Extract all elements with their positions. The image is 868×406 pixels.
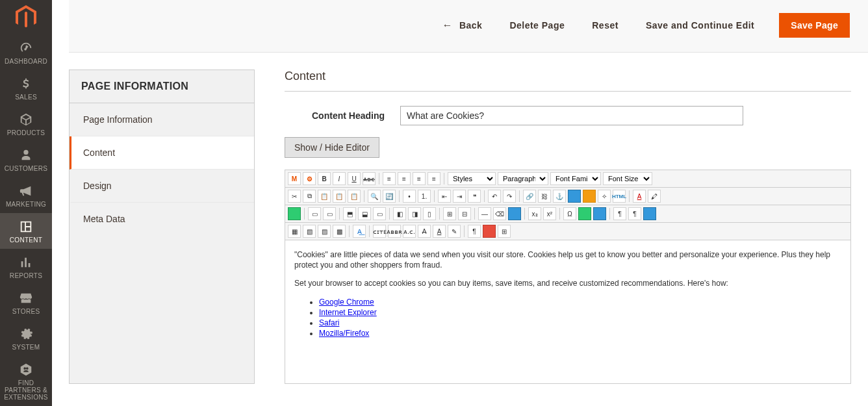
tab-meta-data[interactable]: Meta Data — [70, 203, 254, 235]
save-continue-button[interactable]: Save and Continue Edit — [643, 15, 757, 36]
flash-icon[interactable] — [593, 207, 606, 220]
visualchars-icon[interactable]: ¶ — [468, 225, 481, 238]
tab-content[interactable]: Content — [70, 136, 254, 170]
underline-icon[interactable]: U — [348, 172, 361, 185]
layer-forward-icon[interactable]: ▧ — [303, 225, 316, 238]
back-button[interactable]: Back — [439, 14, 485, 36]
bold-icon[interactable]: B — [318, 172, 331, 185]
number-list-icon[interactable]: 1. — [418, 190, 431, 203]
find-icon[interactable]: 🔍 — [368, 190, 381, 203]
redo-icon[interactable]: ↷ — [503, 190, 516, 203]
image-icon[interactable] — [568, 190, 581, 203]
special-char-icon[interactable]: Ω — [563, 207, 576, 220]
tab-page-information[interactable]: Page Information — [70, 103, 254, 136]
delete-row-icon[interactable]: ▭ — [373, 207, 386, 220]
magento-variable-icon[interactable]: ⚙ — [303, 172, 316, 185]
attribs-icon[interactable]: ✎ — [448, 225, 461, 238]
unlink-icon[interactable]: ⛓ — [538, 190, 551, 203]
replace-icon[interactable]: 🔄 — [383, 190, 396, 203]
align-center-icon[interactable]: ≡ — [398, 172, 411, 185]
nav-customers[interactable]: CUSTOMERS — [0, 142, 52, 177]
layer-backward-icon[interactable]: ▨ — [318, 225, 331, 238]
cleanup-icon[interactable]: ✧ — [598, 190, 611, 203]
browser-link-firefox[interactable]: Mozilla/Firefox — [319, 329, 369, 338]
acronym-icon[interactable]: ᴀ.ᴄ. — [403, 225, 416, 238]
visual-aid-icon[interactable] — [508, 207, 521, 220]
row-props-icon[interactable]: ▭ — [308, 207, 321, 220]
delete-col-icon[interactable]: ▯ — [423, 207, 436, 220]
nav-partners[interactable]: FIND PARTNERS & EXTENSIONS — [0, 356, 52, 406]
nav-reports[interactable]: REPORTS — [0, 249, 52, 285]
magento-widget-icon[interactable]: M — [288, 172, 301, 185]
absolute-icon[interactable]: ▩ — [333, 225, 346, 238]
font-family-select[interactable]: Font Family — [550, 172, 601, 185]
html-icon[interactable]: HTML — [613, 190, 626, 203]
pagebreak-icon[interactable]: ¶ — [613, 207, 626, 220]
insert-row-after-icon[interactable]: ⬓ — [358, 207, 371, 220]
layer-icon[interactable]: ▦ — [288, 225, 301, 238]
nonbreaking-icon[interactable] — [483, 225, 496, 238]
split-cells-icon[interactable]: ⊟ — [458, 207, 471, 220]
reset-button[interactable]: Reset — [589, 15, 621, 36]
font-size-select[interactable]: Font Size — [603, 172, 652, 185]
nav-stores[interactable]: STORES — [0, 285, 52, 320]
align-right-icon[interactable]: ≡ — [413, 172, 426, 185]
italic-icon[interactable]: I — [333, 172, 346, 185]
merge-cells-icon[interactable]: ⊞ — [443, 207, 456, 220]
tab-design[interactable]: Design — [70, 170, 254, 203]
indent-icon[interactable]: ⇥ — [453, 190, 466, 203]
save-page-button[interactable]: Save Page — [779, 13, 850, 38]
media-icon[interactable] — [583, 190, 596, 203]
browser-link-ie[interactable]: Internet Explorer — [319, 308, 377, 317]
paste-word-icon[interactable]: 📋 — [348, 190, 361, 203]
nav-marketing[interactable]: MARKETING — [0, 177, 52, 213]
superscript-icon[interactable]: x² — [543, 207, 556, 220]
ltr-icon[interactable]: ¶ — [628, 207, 641, 220]
del-icon[interactable]: A — [418, 225, 431, 238]
content-heading-input[interactable] — [400, 106, 743, 125]
browser-link-chrome[interactable]: Google Chrome — [319, 298, 374, 307]
cell-props-icon[interactable]: ▭ — [323, 207, 336, 220]
insert-row-before-icon[interactable]: ⬒ — [343, 207, 356, 220]
subscript-icon[interactable]: x₂ — [528, 207, 541, 220]
cut-icon[interactable]: ✂ — [288, 190, 301, 203]
insert-col-before-icon[interactable]: ◧ — [393, 207, 406, 220]
browser-link-safari[interactable]: Safari — [319, 318, 339, 327]
abbr-icon[interactable]: ᴀʙʙʀ — [388, 225, 401, 238]
emotions-icon[interactable] — [578, 207, 591, 220]
table-icon[interactable] — [288, 207, 301, 220]
styles-select[interactable]: Styles — [448, 172, 496, 185]
cite-icon[interactable]: ᴄɪᴛᴇ — [373, 225, 386, 238]
nav-dashboard[interactable]: DASHBOARD — [0, 34, 52, 70]
nav-system[interactable]: SYSTEM — [0, 320, 52, 356]
anchor-icon[interactable]: ⚓ — [553, 190, 566, 203]
bg-color-icon[interactable]: 🖍 — [648, 190, 661, 203]
align-left-icon[interactable]: ≡ — [383, 172, 396, 185]
nav-content[interactable]: CONTENT — [0, 213, 52, 249]
align-justify-icon[interactable]: ≡ — [428, 172, 440, 185]
editor-content-area[interactable]: "Cookies" are little pieces of data we s… — [285, 240, 850, 383]
hr-icon[interactable]: — — [478, 207, 491, 220]
styleprops-icon[interactable]: A͟ — [353, 225, 366, 238]
nav-sales[interactable]: SALES — [0, 70, 52, 106]
paste-icon[interactable]: 📋 — [318, 190, 331, 203]
paste-text-icon[interactable]: 📋 — [333, 190, 346, 203]
copy-icon[interactable]: ⧉ — [303, 190, 316, 203]
fullscreen-icon[interactable] — [643, 207, 656, 220]
nav-products[interactable]: PRODUCTS — [0, 106, 52, 142]
toggle-editor-button[interactable]: Show / Hide Editor — [285, 137, 379, 158]
ins-icon[interactable]: A — [433, 225, 446, 238]
text-color-icon[interactable]: A — [633, 190, 646, 203]
blockquote-icon[interactable]: ❝ — [468, 190, 481, 203]
delete-page-button[interactable]: Delete Page — [507, 15, 567, 36]
bullet-list-icon[interactable]: • — [403, 190, 416, 203]
magento-logo[interactable] — [0, 0, 52, 34]
strike-icon[interactable]: ᴀʙᴄ — [363, 172, 376, 185]
outdent-icon[interactable]: ⇤ — [438, 190, 451, 203]
insert-col-after-icon[interactable]: ◨ — [408, 207, 421, 220]
link-icon[interactable]: 🔗 — [523, 190, 536, 203]
template-icon[interactable]: ⊞ — [498, 225, 511, 238]
undo-icon[interactable]: ↶ — [488, 190, 501, 203]
remove-format-icon[interactable]: ⌫ — [493, 207, 506, 220]
paragraph-select[interactable]: Paragraph — [498, 172, 548, 185]
